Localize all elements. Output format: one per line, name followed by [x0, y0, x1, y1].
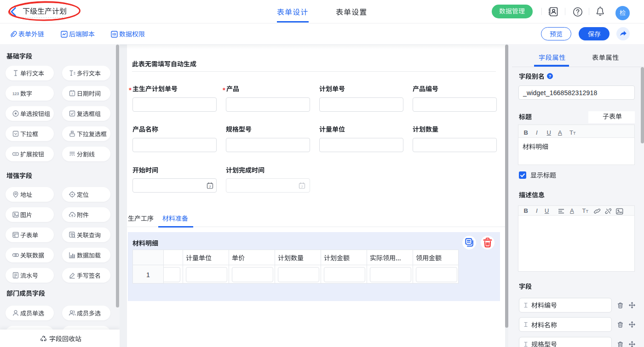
- svg-text:?: ?: [549, 74, 552, 79]
- svg-text:7: 7: [71, 92, 73, 96]
- svg-text:7: 7: [301, 185, 303, 189]
- svg-text:123: 123: [12, 91, 19, 96]
- svg-text:7: 7: [209, 185, 211, 189]
